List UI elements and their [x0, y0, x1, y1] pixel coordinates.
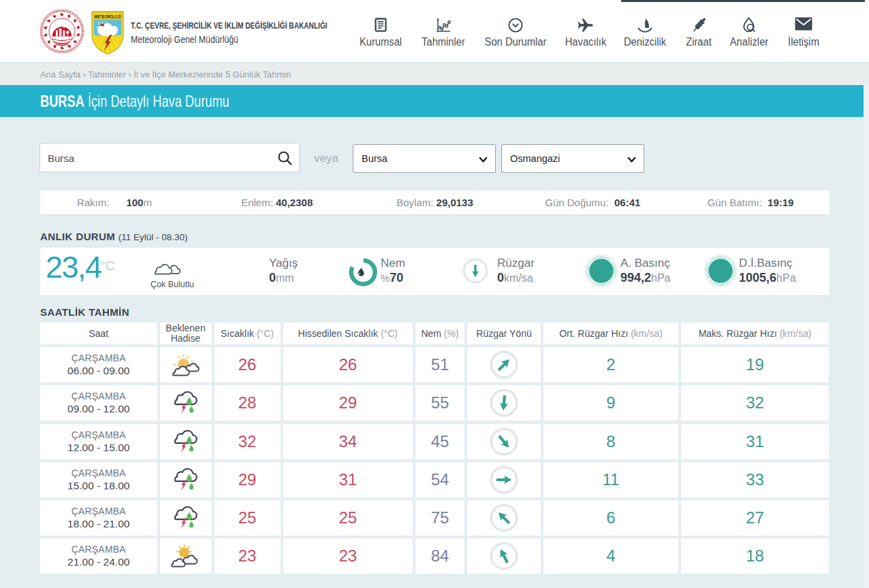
- svg-text:METEOROLOJİ: METEOROLOJİ: [95, 14, 121, 20]
